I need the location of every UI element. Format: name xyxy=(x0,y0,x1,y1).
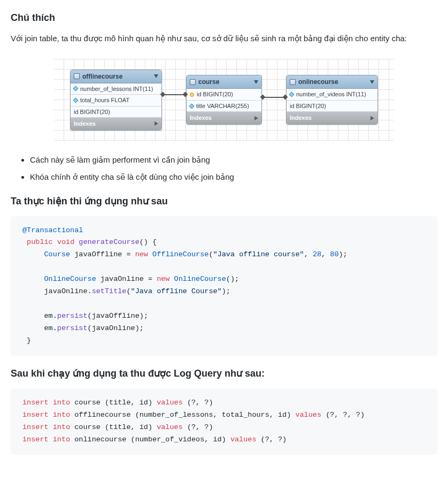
list-item: Cách này sẽ làm giảm performent vì cần j… xyxy=(30,154,437,166)
table-title: course xyxy=(198,77,219,87)
section-heading-annotation: Chú thích xyxy=(11,11,437,25)
table-onlinecourse: onlinecourse number_of_videos INT(11) id… xyxy=(286,75,378,125)
chevron-right-icon xyxy=(254,116,258,120)
column-label: id BIGINT(20) xyxy=(74,108,110,117)
table-course: course id BIGINT(20) title VARCHAR(255) … xyxy=(186,75,262,125)
column-icon xyxy=(73,97,79,103)
column-label: total_hours FLOAT xyxy=(80,96,129,105)
table-icon xyxy=(290,79,296,85)
indexes-label: Indexes xyxy=(290,113,312,123)
key-icon xyxy=(190,93,194,97)
chevron-down-icon xyxy=(154,74,158,78)
section-heading-log: Sau khi chạy ứng dụng ta thu được Log Qu… xyxy=(11,366,437,381)
section-heading-implementation: Ta thực hiện thi ứng dụng như sau xyxy=(11,194,437,209)
column-icon xyxy=(73,86,79,91)
column-label: id BIGINT(20) xyxy=(197,90,233,99)
column-label: number_of_lessons INT(11) xyxy=(80,85,153,94)
table-icon xyxy=(74,73,80,79)
code-block-java: @Transactional public void generateCours… xyxy=(11,216,437,356)
indexes-label: Indexes xyxy=(74,119,96,128)
notes-list: Cách này sẽ làm giảm performent vì cần j… xyxy=(11,154,437,183)
table-offlinecourse: offlinecourse number_of_lessons INT(11) … xyxy=(70,70,162,131)
column-icon xyxy=(289,92,295,97)
table-title: offlinecourse xyxy=(82,72,122,81)
list-item: Khóa chính ở entity cha sẽ là cột dùng c… xyxy=(30,171,437,183)
indexes-label: Indexes xyxy=(190,113,212,123)
relation-connector xyxy=(262,97,286,98)
chevron-down-icon xyxy=(370,80,374,84)
er-diagram-container: offlinecourse number_of_lessons INT(11) … xyxy=(11,52,437,150)
column-label: id BIGINT(20) xyxy=(290,102,326,111)
chevron-right-icon xyxy=(370,116,374,120)
column-icon xyxy=(189,103,195,109)
column-label: number_of_videos INT(11) xyxy=(296,90,366,99)
table-icon xyxy=(190,79,196,85)
column-label: title VARCHAR(255) xyxy=(196,102,249,111)
er-diagram: offlinecourse number_of_lessons INT(11) … xyxy=(54,59,394,141)
code-block-sql: insert into course (title, id) values (?… xyxy=(11,388,437,455)
table-title: onlinecourse xyxy=(298,77,338,87)
relation-connector xyxy=(162,94,186,95)
chevron-right-icon xyxy=(155,121,158,126)
intro-paragraph: Với join table, ta thu được mô hình quan… xyxy=(11,33,437,45)
chevron-down-icon xyxy=(254,80,258,84)
